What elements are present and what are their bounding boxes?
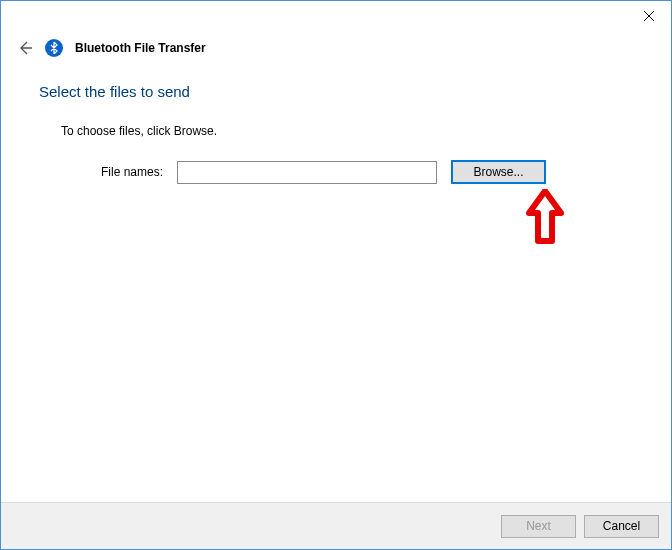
back-arrow-icon bbox=[17, 40, 33, 56]
next-button: Next bbox=[501, 515, 576, 538]
page-heading: Select the files to send bbox=[39, 83, 633, 100]
bluetooth-icon bbox=[45, 39, 63, 57]
file-names-input[interactable] bbox=[177, 161, 437, 184]
svg-marker-2 bbox=[529, 191, 561, 241]
back-button[interactable] bbox=[17, 40, 33, 56]
instruction-text: To choose files, click Browse. bbox=[61, 124, 633, 138]
file-selection-row: File names: Browse... bbox=[101, 160, 633, 184]
content-area: Select the files to send To choose files… bbox=[1, 71, 671, 184]
footer: Next Cancel bbox=[1, 502, 671, 549]
file-names-label: File names: bbox=[101, 165, 163, 179]
close-icon bbox=[644, 11, 654, 21]
window-title: Bluetooth File Transfer bbox=[75, 41, 206, 55]
annotation-arrow-up bbox=[525, 189, 565, 249]
header: Bluetooth File Transfer bbox=[1, 31, 671, 71]
browse-button[interactable]: Browse... bbox=[451, 160, 546, 184]
close-button[interactable] bbox=[626, 1, 671, 31]
cancel-button[interactable]: Cancel bbox=[584, 515, 659, 538]
titlebar bbox=[1, 1, 671, 31]
